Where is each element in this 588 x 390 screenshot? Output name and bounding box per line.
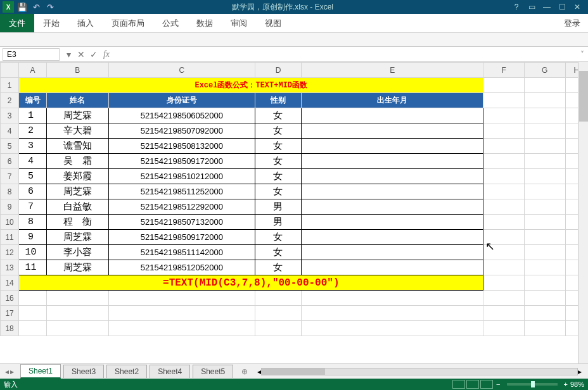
- cell-idnum[interactable]: 521542198509172000: [108, 154, 255, 169]
- row-header[interactable]: 4: [1, 123, 19, 139]
- cell-idnum[interactable]: 521542198506052000: [108, 108, 255, 123]
- ribbon-tab-insert[interactable]: 插入: [68, 14, 103, 32]
- col-header-C[interactable]: C: [108, 63, 255, 78]
- row-header[interactable]: 16: [1, 291, 19, 306]
- col-header-G[interactable]: G: [524, 63, 565, 78]
- cell-name[interactable]: 周芝霖: [46, 230, 108, 245]
- cell-id[interactable]: 6: [19, 184, 47, 199]
- cell[interactable]: [483, 108, 525, 123]
- header-dob[interactable]: 出生年月: [301, 93, 483, 108]
- save-icon[interactable]: 💾: [16, 1, 28, 13]
- help-icon[interactable]: ?: [509, 3, 523, 11]
- cell[interactable]: [524, 321, 565, 336]
- cell-name[interactable]: 周芝霖: [46, 108, 108, 123]
- view-pagebreak-icon[interactable]: [480, 380, 493, 389]
- file-tab[interactable]: 文件: [0, 14, 34, 32]
- cell-sex[interactable]: 女: [255, 154, 302, 169]
- header-sex[interactable]: 性别: [255, 93, 302, 108]
- namebox-dropdown-icon[interactable]: ▾: [62, 49, 75, 60]
- cell-idnum[interactable]: 521542198507132000: [108, 215, 255, 230]
- cell[interactable]: [524, 306, 565, 321]
- view-normal-icon[interactable]: [452, 380, 465, 389]
- cell[interactable]: [483, 139, 525, 154]
- row-header[interactable]: 17: [1, 306, 19, 321]
- cell[interactable]: [483, 230, 525, 245]
- cell[interactable]: [46, 306, 108, 321]
- cell-idnum[interactable]: 521542198511142000: [108, 245, 255, 260]
- name-box[interactable]: [3, 48, 60, 61]
- cell[interactable]: [483, 306, 525, 321]
- cell[interactable]: [524, 139, 565, 154]
- cancel-icon[interactable]: ✕: [75, 49, 87, 60]
- cell[interactable]: [108, 321, 255, 336]
- cell-dob[interactable]: [301, 184, 483, 199]
- hscroll-right-icon[interactable]: ▸: [578, 367, 582, 376]
- cell[interactable]: [524, 215, 565, 230]
- login-link[interactable]: 登录: [564, 18, 588, 29]
- cell-dob[interactable]: [301, 199, 483, 215]
- redo-icon[interactable]: ↷: [44, 1, 56, 13]
- cell[interactable]: [19, 321, 47, 336]
- enter-icon[interactable]: ✓: [87, 49, 100, 60]
- maximize-icon[interactable]: ☐: [555, 3, 569, 11]
- cell[interactable]: [524, 108, 565, 123]
- cell-id[interactable]: 1: [19, 108, 47, 123]
- vertical-scrollbar[interactable]: [578, 62, 588, 363]
- cell-dob[interactable]: [301, 245, 483, 260]
- view-pagelayout-icon[interactable]: [466, 380, 479, 389]
- cell-idnum[interactable]: 521542198509172000: [108, 230, 255, 245]
- cell-dob[interactable]: [301, 230, 483, 245]
- row-header[interactable]: 14: [1, 275, 19, 291]
- row-header[interactable]: 9: [1, 199, 19, 215]
- cell-name[interactable]: 周芝霖: [46, 184, 108, 199]
- cell-name[interactable]: 李小容: [46, 245, 108, 260]
- cell-name[interactable]: 谯雪知: [46, 139, 108, 154]
- cell[interactable]: [524, 169, 565, 184]
- sheet-tab-active[interactable]: Sheet1: [20, 364, 61, 379]
- cell-sex[interactable]: 女: [255, 123, 302, 139]
- cell-dob[interactable]: [301, 139, 483, 154]
- ribbon-tab-review[interactable]: 审阅: [222, 14, 256, 32]
- cell-name[interactable]: 吴 霜: [46, 154, 108, 169]
- cell[interactable]: [46, 321, 108, 336]
- row-header[interactable]: 18: [1, 321, 19, 336]
- hscroll-thumb[interactable]: [262, 368, 325, 375]
- zoom-thumb[interactable]: [531, 381, 535, 387]
- undo-icon[interactable]: ↶: [30, 1, 42, 13]
- cell-id[interactable]: 3: [19, 139, 47, 154]
- cell-id[interactable]: 8: [19, 215, 47, 230]
- cell[interactable]: [524, 154, 565, 169]
- col-header-B[interactable]: B: [46, 63, 108, 78]
- ribbon-tab-layout[interactable]: 页面布局: [103, 14, 153, 32]
- cell[interactable]: [483, 321, 525, 336]
- add-sheet-icon[interactable]: ⊕: [238, 367, 251, 376]
- cell[interactable]: [524, 184, 565, 199]
- row-header[interactable]: 7: [1, 169, 19, 184]
- row-header[interactable]: 3: [1, 108, 19, 123]
- header-id[interactable]: 编号: [19, 93, 47, 108]
- row-header[interactable]: 10: [1, 215, 19, 230]
- zoom-level[interactable]: 98%: [570, 381, 584, 388]
- row-header[interactable]: 2: [1, 93, 19, 108]
- cell[interactable]: [483, 199, 525, 215]
- cell[interactable]: [524, 291, 565, 306]
- cell[interactable]: [483, 184, 525, 199]
- cell[interactable]: [108, 291, 255, 306]
- cell[interactable]: [524, 245, 565, 260]
- ribbon-tab-home[interactable]: 开始: [34, 14, 68, 32]
- cell-id[interactable]: 4: [19, 154, 47, 169]
- cell-sex[interactable]: 女: [255, 139, 302, 154]
- cell-sex[interactable]: 女: [255, 260, 302, 275]
- ribbon-tab-view[interactable]: 视图: [256, 14, 290, 32]
- cell-id[interactable]: 9: [19, 230, 47, 245]
- cell[interactable]: [483, 291, 525, 306]
- cell-idnum[interactable]: 521542198511252000: [108, 184, 255, 199]
- formula-display-cell[interactable]: =TEXT(MID(C3,7,8),"00-00-00"): [19, 275, 483, 291]
- cell[interactable]: [301, 321, 483, 336]
- cell[interactable]: [524, 260, 565, 275]
- cell[interactable]: [524, 199, 565, 215]
- cell-dob[interactable]: [301, 123, 483, 139]
- vscroll-thumb[interactable]: [579, 71, 588, 122]
- cell-idnum[interactable]: 521542198508132000: [108, 139, 255, 154]
- row-header[interactable]: 13: [1, 260, 19, 275]
